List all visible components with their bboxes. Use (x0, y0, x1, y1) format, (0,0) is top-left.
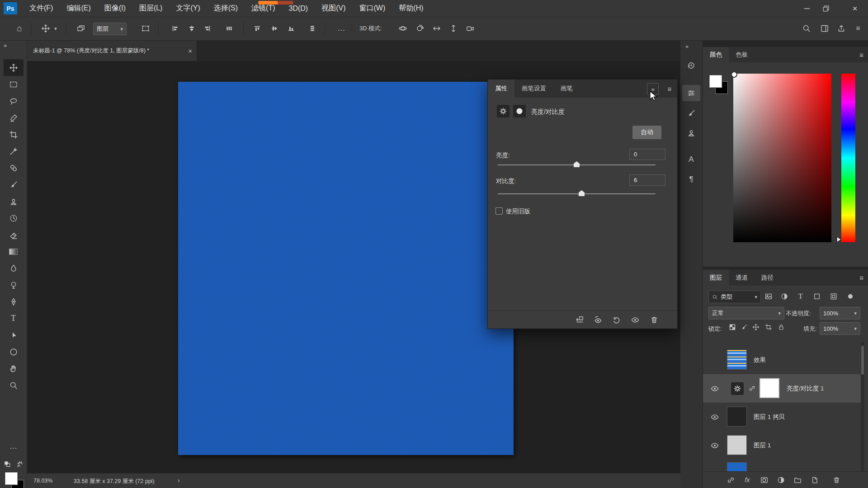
menu-window[interactable]: 窗口(W) (353, 0, 392, 17)
path-selection-tool-button[interactable] (4, 327, 24, 343)
show-transform-controls-toggle[interactable] (138, 21, 153, 36)
layer-name[interactable]: 效果 (754, 356, 766, 364)
home-button[interactable]: ⌂ (12, 21, 27, 36)
tab-layers[interactable]: 图层 (703, 270, 729, 286)
filter-type-layers-button[interactable]: T (795, 291, 807, 302)
more-options-button[interactable]: … (334, 21, 349, 36)
fill-dropdown[interactable]: 100% ▾ (820, 322, 860, 335)
menu-edit[interactable]: 编辑(E) (60, 0, 97, 17)
use-legacy-checkbox[interactable] (495, 207, 503, 215)
add-layer-mask-button[interactable] (758, 474, 770, 486)
eraser-tool-button[interactable] (4, 226, 24, 243)
layer-mask-thumbnail[interactable] (760, 378, 779, 398)
filter-toggle-button[interactable] (844, 291, 856, 302)
menu-layer[interactable]: 图层(L) (132, 0, 170, 17)
layer-thumbnail[interactable] (727, 350, 747, 370)
status-options-chevron[interactable]: › (178, 477, 180, 484)
tab-channels[interactable]: 通道 (729, 270, 755, 286)
layers-scrollbar-track[interactable] (861, 342, 864, 471)
marquee-tool-button[interactable] (4, 76, 24, 93)
toolbar-collapse-button[interactable]: » (0, 42, 30, 49)
minimize-button[interactable] (797, 0, 817, 17)
align-right-button[interactable] (200, 21, 215, 36)
layer-name[interactable]: 亮度/对比度 1 (787, 385, 824, 393)
3d-drag-button[interactable] (429, 21, 444, 36)
layer-filter-dropdown[interactable]: 类型 ▾ (708, 291, 761, 303)
layer-row-layer1[interactable]: 图层 1 (703, 431, 863, 460)
menu-file[interactable]: 文件(F) (23, 0, 60, 17)
hue-strip[interactable] (841, 74, 855, 242)
restore-button[interactable] (816, 0, 836, 17)
zoom-tool-button[interactable] (4, 377, 24, 394)
menu-select[interactable]: 选择(S) (207, 0, 245, 17)
reset-adjustment-button[interactable] (611, 314, 623, 326)
tab-color[interactable]: 颜色 (703, 47, 729, 62)
lock-transparent-pixels-button[interactable] (726, 321, 738, 333)
contrast-slider-thumb[interactable] (579, 190, 585, 196)
tab-swatches[interactable]: 色板 (729, 47, 755, 62)
visibility-toggle[interactable] (707, 374, 723, 403)
expand-dock-button[interactable]: « (685, 43, 689, 50)
pen-tool-button[interactable] (4, 293, 24, 310)
options-menu-button[interactable]: ≡ (850, 21, 866, 36)
paragraph-panel-button[interactable]: ¶ (682, 171, 700, 188)
view-previous-state-button[interactable] (592, 314, 604, 326)
color-picker-marker[interactable] (731, 71, 737, 78)
visibility-toggle[interactable] (707, 403, 723, 431)
mask-link-indicator[interactable] (748, 385, 756, 392)
ellipse-tool-button[interactable] (4, 343, 24, 360)
foreground-color-swatch[interactable] (5, 472, 18, 485)
close-window-button[interactable]: × (842, 0, 868, 17)
color-panel-menu-button[interactable]: ≡ (859, 47, 863, 62)
align-bottom-button[interactable] (283, 21, 299, 36)
auto-button[interactable]: 自动 (632, 126, 661, 139)
new-layer-button[interactable] (808, 474, 820, 486)
visibility-toggle[interactable] (707, 431, 723, 460)
clip-to-layer-button[interactable] (574, 314, 585, 326)
contrast-value-field[interactable]: 6 (629, 174, 665, 186)
filter-smart-objects-button[interactable] (828, 291, 840, 302)
collapse-panel-button[interactable]: » (647, 83, 659, 95)
properties-panel-menu-button[interactable]: ≡ (664, 83, 675, 94)
3d-slide-button[interactable] (446, 21, 461, 36)
layer-thumbnail[interactable] (727, 435, 747, 455)
menu-image[interactable]: 图像(I) (98, 0, 132, 17)
3d-camera-button[interactable] (462, 21, 478, 36)
adjustment-layer-thumbnail[interactable] (731, 382, 744, 395)
current-tool-button[interactable] (38, 21, 53, 36)
document-tab-close-button[interactable]: × (184, 47, 192, 55)
layer-row-effects[interactable]: 效果 (703, 346, 863, 374)
contrast-slider-track[interactable] (498, 193, 656, 194)
blur-tool-button[interactable] (4, 260, 24, 277)
layer-style-button[interactable]: fx (741, 474, 753, 486)
history-panel-button[interactable] (682, 57, 700, 74)
lock-all-button[interactable] (775, 321, 787, 333)
layer-row-partial[interactable] (703, 460, 863, 471)
visibility-toggle[interactable] (707, 346, 723, 374)
lock-artboard-button[interactable] (763, 321, 774, 333)
filter-shape-layers-button[interactable] (811, 291, 823, 302)
layers-panel-menu-button[interactable]: ≡ (859, 270, 863, 286)
edit-toolbar-button[interactable]: … (0, 442, 27, 451)
auto-select-toggle[interactable] (73, 21, 89, 36)
distribute-horizontal-button[interactable] (222, 21, 237, 36)
brightness-value-field[interactable]: 0 (629, 149, 665, 160)
clone-stamp-tool-button[interactable] (4, 193, 24, 210)
layer-row-layer1-copy[interactable]: 图层 1 拷贝 (703, 403, 863, 431)
auto-select-target-dropdown[interactable]: 图层 ▾ (93, 23, 127, 35)
blend-mode-dropdown[interactable]: 正常 ▾ (708, 307, 784, 319)
document-image[interactable] (178, 82, 514, 455)
toggle-visibility-button[interactable] (629, 314, 641, 326)
filter-pixel-layers-button[interactable] (763, 291, 774, 302)
character-panel-button[interactable]: A (682, 151, 700, 168)
workspace-switcher-button[interactable] (817, 21, 832, 36)
brush-tool-button[interactable] (4, 176, 24, 193)
brush-settings-panel-button[interactable] (682, 105, 700, 122)
foreground-color-swatch-panel[interactable] (709, 75, 722, 88)
filter-adjustment-layers-button[interactable] (778, 291, 790, 302)
tab-brush-settings[interactable]: 画笔设置 (514, 80, 553, 98)
tab-brushes[interactable]: 画笔 (553, 80, 580, 98)
layer-name[interactable]: 图层 1 (754, 441, 771, 450)
lasso-tool-button[interactable] (4, 93, 24, 109)
tool-preset-caret[interactable]: ▾ (52, 21, 60, 36)
